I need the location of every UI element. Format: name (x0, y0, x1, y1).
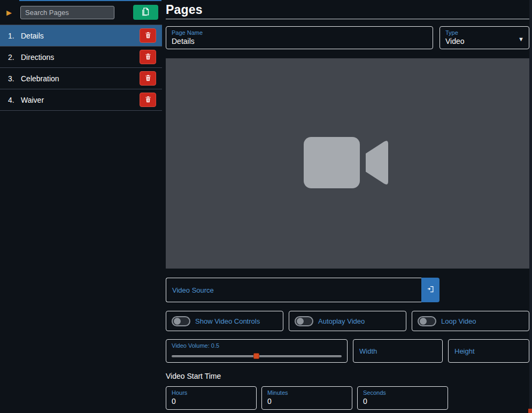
trash-icon (144, 95, 152, 105)
hours-field[interactable]: Hours 0 (166, 386, 257, 410)
video-source-placeholder: Video Source (172, 286, 214, 294)
scrollbar-corner (528, 409, 532, 413)
seconds-label: Seconds (363, 389, 442, 396)
copy-page-icon (141, 7, 150, 18)
browse-video-button[interactable] (421, 278, 440, 302)
pages-sidebar: ▶ 1. Details 2. Directions 3. C (0, 0, 162, 413)
page-number: 4. (8, 96, 21, 104)
vertical-scrollbar[interactable] (529, 0, 532, 413)
collapse-sidebar-icon[interactable]: ▶ (6, 9, 12, 17)
show-video-controls-toggle[interactable]: Show Video Controls (166, 311, 283, 331)
video-start-time-label: Video Start Time (166, 372, 529, 380)
page-editor: Pages Page Name Details Type Video ▼ Vid… (166, 0, 529, 413)
type-label: Type (445, 29, 523, 36)
volume-slider[interactable] (172, 353, 342, 359)
height-field[interactable]: Height (448, 339, 529, 363)
toggle-label: Show Video Controls (195, 317, 260, 325)
toggle-off-icon (418, 316, 436, 326)
name-type-row: Page Name Details Type Video ▼ (166, 26, 529, 49)
page-label: Directions (21, 53, 54, 62)
sidebar-item-waiver[interactable]: 4. Waiver (0, 89, 162, 111)
hours-value: 0 (172, 397, 251, 406)
height-placeholder: Height (454, 347, 475, 355)
page-number: 2. (8, 53, 21, 62)
toggle-off-icon (172, 316, 190, 326)
minutes-value: 0 (267, 397, 346, 406)
video-source-row: Video Source (166, 278, 440, 302)
sidebar-toolbar: ▶ (0, 0, 162, 25)
type-select[interactable]: Type Video ▼ (440, 26, 529, 49)
autoplay-video-toggle[interactable]: Autoplay Video (289, 311, 406, 331)
video-volume-label: Video Volume: 0.5 (172, 342, 342, 349)
sidebar-item-celebration[interactable]: 3. Celebration (0, 68, 162, 89)
page-label: Details (21, 32, 44, 40)
seconds-value: 0 (363, 397, 442, 406)
minutes-field[interactable]: Minutes 0 (261, 386, 352, 410)
video-toggles-row: Show Video Controls Autoplay Video Loop … (166, 311, 529, 331)
hours-label: Hours (172, 389, 251, 396)
page-number: 1. (8, 32, 21, 40)
trash-icon (144, 74, 152, 83)
page-label: Celebration (21, 74, 59, 83)
delete-page-button[interactable] (140, 28, 156, 43)
delete-page-button[interactable] (140, 71, 156, 86)
video-camera-icon (304, 136, 392, 192)
seconds-field[interactable]: Seconds 0 (357, 386, 448, 410)
video-source-input[interactable]: Video Source (166, 278, 421, 302)
sidebar-item-details[interactable]: 1. Details (0, 25, 162, 47)
page-name-label: Page Name (172, 29, 427, 36)
import-icon (427, 285, 435, 295)
page-name-field[interactable]: Page Name Details (166, 26, 433, 49)
trash-icon (144, 52, 152, 62)
start-time-row: Hours 0 Minutes 0 Seconds 0 (166, 386, 529, 410)
width-placeholder: Width (359, 347, 377, 355)
toggle-label: Loop Video (441, 317, 476, 325)
video-volume-field: Video Volume: 0.5 (166, 339, 348, 363)
volume-size-row: Video Volume: 0.5 Width Height (166, 339, 529, 363)
toggle-off-icon (295, 316, 313, 326)
toolbar-accent-line (19, 0, 161, 1)
page-name-value: Details (172, 37, 427, 45)
video-preview (166, 58, 529, 269)
loop-video-toggle[interactable]: Loop Video (412, 311, 529, 331)
delete-page-button[interactable] (140, 93, 156, 107)
minutes-label: Minutes (267, 389, 346, 396)
add-page-button[interactable] (133, 5, 158, 20)
width-field[interactable]: Width (353, 339, 443, 363)
slider-handle[interactable] (253, 353, 259, 359)
page-title: Pages (166, 0, 529, 17)
title-divider (166, 19, 529, 19)
sidebar-item-directions[interactable]: 2. Directions (0, 47, 162, 68)
page-label: Waiver (21, 96, 44, 104)
search-input[interactable] (20, 6, 114, 19)
delete-page-button[interactable] (140, 50, 156, 64)
chevron-down-icon: ▼ (518, 36, 524, 42)
type-value: Video (445, 37, 523, 45)
page-number: 3. (8, 74, 21, 83)
trash-icon (144, 31, 152, 41)
toggle-label: Autoplay Video (318, 317, 365, 325)
